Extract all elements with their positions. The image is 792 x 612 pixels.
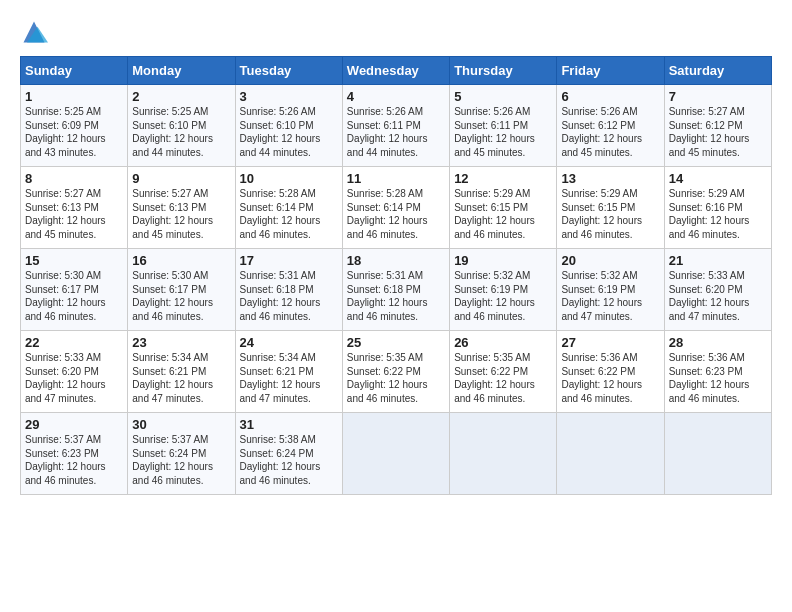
day-number: 11 xyxy=(347,171,445,186)
calendar-cell: 21Sunrise: 5:33 AMSunset: 6:20 PMDayligh… xyxy=(664,249,771,331)
day-info: Sunrise: 5:30 AMSunset: 6:17 PMDaylight:… xyxy=(25,269,123,323)
day-info: Sunrise: 5:38 AMSunset: 6:24 PMDaylight:… xyxy=(240,433,338,487)
day-info: Sunrise: 5:29 AMSunset: 6:16 PMDaylight:… xyxy=(669,187,767,241)
calendar-cell: 18Sunrise: 5:31 AMSunset: 6:18 PMDayligh… xyxy=(342,249,449,331)
day-number: 1 xyxy=(25,89,123,104)
day-number: 22 xyxy=(25,335,123,350)
day-info: Sunrise: 5:36 AMSunset: 6:22 PMDaylight:… xyxy=(561,351,659,405)
day-number: 18 xyxy=(347,253,445,268)
day-number: 10 xyxy=(240,171,338,186)
calendar-cell: 9Sunrise: 5:27 AMSunset: 6:13 PMDaylight… xyxy=(128,167,235,249)
weekday-header: Wednesday xyxy=(342,57,449,85)
day-info: Sunrise: 5:26 AMSunset: 6:10 PMDaylight:… xyxy=(240,105,338,159)
calendar-cell: 31Sunrise: 5:38 AMSunset: 6:24 PMDayligh… xyxy=(235,413,342,495)
day-number: 23 xyxy=(132,335,230,350)
day-info: Sunrise: 5:29 AMSunset: 6:15 PMDaylight:… xyxy=(561,187,659,241)
day-number: 8 xyxy=(25,171,123,186)
calendar-cell: 1Sunrise: 5:25 AMSunset: 6:09 PMDaylight… xyxy=(21,85,128,167)
day-number: 16 xyxy=(132,253,230,268)
calendar-cell: 5Sunrise: 5:26 AMSunset: 6:11 PMDaylight… xyxy=(450,85,557,167)
day-number: 17 xyxy=(240,253,338,268)
day-info: Sunrise: 5:26 AMSunset: 6:12 PMDaylight:… xyxy=(561,105,659,159)
calendar-cell: 8Sunrise: 5:27 AMSunset: 6:13 PMDaylight… xyxy=(21,167,128,249)
day-info: Sunrise: 5:35 AMSunset: 6:22 PMDaylight:… xyxy=(454,351,552,405)
day-info: Sunrise: 5:27 AMSunset: 6:13 PMDaylight:… xyxy=(132,187,230,241)
logo xyxy=(20,18,52,46)
day-number: 30 xyxy=(132,417,230,432)
calendar-cell xyxy=(664,413,771,495)
calendar-cell: 6Sunrise: 5:26 AMSunset: 6:12 PMDaylight… xyxy=(557,85,664,167)
day-info: Sunrise: 5:27 AMSunset: 6:12 PMDaylight:… xyxy=(669,105,767,159)
day-info: Sunrise: 5:31 AMSunset: 6:18 PMDaylight:… xyxy=(347,269,445,323)
day-info: Sunrise: 5:32 AMSunset: 6:19 PMDaylight:… xyxy=(561,269,659,323)
day-info: Sunrise: 5:36 AMSunset: 6:23 PMDaylight:… xyxy=(669,351,767,405)
calendar-cell: 3Sunrise: 5:26 AMSunset: 6:10 PMDaylight… xyxy=(235,85,342,167)
header xyxy=(20,18,772,46)
calendar-cell: 7Sunrise: 5:27 AMSunset: 6:12 PMDaylight… xyxy=(664,85,771,167)
day-info: Sunrise: 5:28 AMSunset: 6:14 PMDaylight:… xyxy=(347,187,445,241)
calendar-cell: 11Sunrise: 5:28 AMSunset: 6:14 PMDayligh… xyxy=(342,167,449,249)
calendar-week-row: 8Sunrise: 5:27 AMSunset: 6:13 PMDaylight… xyxy=(21,167,772,249)
day-number: 7 xyxy=(669,89,767,104)
calendar-cell: 4Sunrise: 5:26 AMSunset: 6:11 PMDaylight… xyxy=(342,85,449,167)
day-number: 3 xyxy=(240,89,338,104)
weekday-header: Monday xyxy=(128,57,235,85)
weekday-header: Thursday xyxy=(450,57,557,85)
day-number: 26 xyxy=(454,335,552,350)
day-number: 6 xyxy=(561,89,659,104)
weekday-header: Tuesday xyxy=(235,57,342,85)
calendar-cell: 13Sunrise: 5:29 AMSunset: 6:15 PMDayligh… xyxy=(557,167,664,249)
calendar-cell: 23Sunrise: 5:34 AMSunset: 6:21 PMDayligh… xyxy=(128,331,235,413)
calendar-cell: 26Sunrise: 5:35 AMSunset: 6:22 PMDayligh… xyxy=(450,331,557,413)
day-info: Sunrise: 5:33 AMSunset: 6:20 PMDaylight:… xyxy=(25,351,123,405)
calendar-cell xyxy=(342,413,449,495)
day-info: Sunrise: 5:37 AMSunset: 6:24 PMDaylight:… xyxy=(132,433,230,487)
day-number: 14 xyxy=(669,171,767,186)
day-number: 29 xyxy=(25,417,123,432)
day-info: Sunrise: 5:32 AMSunset: 6:19 PMDaylight:… xyxy=(454,269,552,323)
day-info: Sunrise: 5:26 AMSunset: 6:11 PMDaylight:… xyxy=(347,105,445,159)
calendar-cell: 15Sunrise: 5:30 AMSunset: 6:17 PMDayligh… xyxy=(21,249,128,331)
day-number: 12 xyxy=(454,171,552,186)
calendar-cell: 28Sunrise: 5:36 AMSunset: 6:23 PMDayligh… xyxy=(664,331,771,413)
calendar-cell: 2Sunrise: 5:25 AMSunset: 6:10 PMDaylight… xyxy=(128,85,235,167)
calendar-table: SundayMondayTuesdayWednesdayThursdayFrid… xyxy=(20,56,772,495)
day-info: Sunrise: 5:30 AMSunset: 6:17 PMDaylight:… xyxy=(132,269,230,323)
day-number: 9 xyxy=(132,171,230,186)
logo-icon xyxy=(20,18,48,46)
calendar-cell: 25Sunrise: 5:35 AMSunset: 6:22 PMDayligh… xyxy=(342,331,449,413)
day-number: 13 xyxy=(561,171,659,186)
day-info: Sunrise: 5:25 AMSunset: 6:10 PMDaylight:… xyxy=(132,105,230,159)
calendar-cell: 17Sunrise: 5:31 AMSunset: 6:18 PMDayligh… xyxy=(235,249,342,331)
day-number: 5 xyxy=(454,89,552,104)
weekday-header: Friday xyxy=(557,57,664,85)
calendar-cell: 24Sunrise: 5:34 AMSunset: 6:21 PMDayligh… xyxy=(235,331,342,413)
day-info: Sunrise: 5:37 AMSunset: 6:23 PMDaylight:… xyxy=(25,433,123,487)
calendar-cell: 16Sunrise: 5:30 AMSunset: 6:17 PMDayligh… xyxy=(128,249,235,331)
day-info: Sunrise: 5:31 AMSunset: 6:18 PMDaylight:… xyxy=(240,269,338,323)
calendar-cell: 10Sunrise: 5:28 AMSunset: 6:14 PMDayligh… xyxy=(235,167,342,249)
weekday-header-row: SundayMondayTuesdayWednesdayThursdayFrid… xyxy=(21,57,772,85)
calendar-week-row: 29Sunrise: 5:37 AMSunset: 6:23 PMDayligh… xyxy=(21,413,772,495)
calendar-cell xyxy=(557,413,664,495)
calendar-cell: 12Sunrise: 5:29 AMSunset: 6:15 PMDayligh… xyxy=(450,167,557,249)
day-number: 15 xyxy=(25,253,123,268)
calendar-week-row: 1Sunrise: 5:25 AMSunset: 6:09 PMDaylight… xyxy=(21,85,772,167)
day-number: 24 xyxy=(240,335,338,350)
day-number: 19 xyxy=(454,253,552,268)
day-info: Sunrise: 5:34 AMSunset: 6:21 PMDaylight:… xyxy=(132,351,230,405)
weekday-header: Saturday xyxy=(664,57,771,85)
calendar-cell xyxy=(450,413,557,495)
calendar-week-row: 15Sunrise: 5:30 AMSunset: 6:17 PMDayligh… xyxy=(21,249,772,331)
day-info: Sunrise: 5:35 AMSunset: 6:22 PMDaylight:… xyxy=(347,351,445,405)
day-info: Sunrise: 5:33 AMSunset: 6:20 PMDaylight:… xyxy=(669,269,767,323)
day-info: Sunrise: 5:25 AMSunset: 6:09 PMDaylight:… xyxy=(25,105,123,159)
calendar-cell: 29Sunrise: 5:37 AMSunset: 6:23 PMDayligh… xyxy=(21,413,128,495)
calendar-cell: 19Sunrise: 5:32 AMSunset: 6:19 PMDayligh… xyxy=(450,249,557,331)
day-info: Sunrise: 5:29 AMSunset: 6:15 PMDaylight:… xyxy=(454,187,552,241)
day-number: 2 xyxy=(132,89,230,104)
page: SundayMondayTuesdayWednesdayThursdayFrid… xyxy=(0,0,792,507)
day-number: 31 xyxy=(240,417,338,432)
calendar-week-row: 22Sunrise: 5:33 AMSunset: 6:20 PMDayligh… xyxy=(21,331,772,413)
day-number: 28 xyxy=(669,335,767,350)
